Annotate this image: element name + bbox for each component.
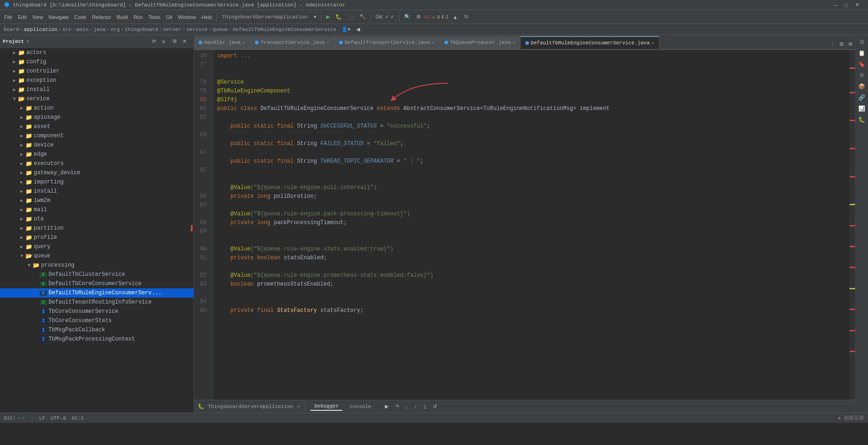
- maximize-button[interactable]: □: [842, 0, 850, 10]
- menu-help[interactable]: Help: [199, 12, 214, 22]
- debug-run-to[interactable]: ⤵: [421, 402, 429, 412]
- tab-close-transport[interactable]: ✕: [327, 40, 329, 45]
- debug-step-out[interactable]: ↑: [412, 402, 419, 412]
- menu-tools[interactable]: Tools: [146, 12, 163, 22]
- tree-item-install[interactable]: ▶ 📁 install: [0, 85, 194, 94]
- tree-item-install2[interactable]: ▶ 📁 install: [0, 187, 194, 196]
- rp-btn-3[interactable]: 🔖: [857, 59, 867, 69]
- tree-item-query[interactable]: ▶ 📁 query: [0, 242, 194, 251]
- bc-src[interactable]: src: [62, 27, 72, 32]
- tree-item-default-tenant[interactable]: ▶ C DefaultTenantRoutingInfoService: [0, 298, 194, 307]
- rp-btn-8[interactable]: 🐛: [857, 115, 867, 125]
- debug-tab-debugger[interactable]: Debugger: [310, 402, 342, 411]
- tree-item-exception[interactable]: ▶ 📁 exception: [0, 76, 194, 85]
- sync-button[interactable]: ⟳: [152, 37, 160, 46]
- menu-refactor[interactable]: Refactor: [90, 12, 114, 22]
- stop-button[interactable]: ⬛: [345, 12, 356, 22]
- tab-overflow-button[interactable]: ⋮: [828, 39, 838, 49]
- close-button[interactable]: ✕: [853, 0, 862, 10]
- tab-close-rule-engine[interactable]: ✕: [651, 40, 654, 46]
- tree-item-tb-msg-context[interactable]: ▶ I TbMsgPackProcessingContext: [0, 335, 194, 344]
- tab-default-transport[interactable]: DefaultTransportService.java ✕: [334, 36, 440, 49]
- bc-thingsboard[interactable]: thingsboard: [125, 27, 158, 32]
- tree-item-controller[interactable]: ▶ 📁 controller: [0, 67, 194, 76]
- rp-btn-6[interactable]: 🔗: [857, 92, 867, 103]
- bc-application[interactable]: application: [24, 27, 58, 32]
- tree-item-actors[interactable]: ▶ 📁 actors: [0, 48, 194, 57]
- tree-item-lwm2m[interactable]: ▶ 📁 lwm2m: [0, 196, 194, 205]
- debug-step-over[interactable]: ↷: [393, 402, 401, 412]
- menu-view[interactable]: View: [30, 12, 46, 22]
- tree-item-default-cluster[interactable]: ▶ C DefaultTbClusterService: [0, 270, 194, 279]
- debug-resume[interactable]: ▶: [382, 402, 391, 412]
- tree-item-default-core[interactable]: ▶ C DefaultTbCoreConsumerService: [0, 279, 194, 288]
- bc-server[interactable]: server: [163, 27, 182, 32]
- tree-item-mail[interactable]: ▶ 📁 mail: [0, 205, 194, 214]
- debug-button[interactable]: 🐛: [333, 12, 344, 22]
- minimize-button[interactable]: ─: [832, 0, 840, 10]
- tab-settings-button[interactable]: ⚙: [846, 39, 855, 49]
- bc-service[interactable]: service: [186, 27, 207, 32]
- collapse-all-button[interactable]: ≡: [162, 37, 170, 46]
- tree-item-tb-core-stats[interactable]: ▶ I TbCoreConsumerStats: [0, 316, 194, 325]
- settings-button[interactable]: ⚙: [414, 12, 423, 22]
- tree-item-tb-msg-callback[interactable]: ▶ I TbMsgPackCallback: [0, 325, 194, 335]
- menu-edit[interactable]: Edit: [16, 12, 29, 22]
- breadcrumb-nav-back[interactable]: ◀: [354, 24, 362, 35]
- rp-btn-5[interactable]: 📦: [857, 81, 867, 91]
- tree-item-default-rule-engine[interactable]: ▶ C DefaultTbRuleEngineConsumerServ...: [0, 288, 194, 298]
- debug-tab-console[interactable]: Console: [346, 403, 375, 410]
- bc-main[interactable]: main: [76, 27, 88, 32]
- menu-code[interactable]: Code: [72, 12, 89, 22]
- build-button[interactable]: 🔨: [357, 12, 368, 22]
- menu-git[interactable]: Git: [164, 12, 175, 22]
- tree-item-component[interactable]: ▶ 📁 component: [0, 131, 194, 140]
- rp-btn-1[interactable]: ⊞: [857, 37, 867, 47]
- status-encoding[interactable]: UTF-8: [51, 415, 66, 421]
- rp-btn-2[interactable]: 📋: [857, 48, 867, 58]
- bc-class[interactable]: DefaultTbRuleEngineConsumerService: [233, 27, 336, 32]
- tab-queue-producer[interactable]: TbQueueProducer.java ✕: [440, 36, 521, 49]
- run-button[interactable]: ▶: [324, 12, 332, 22]
- expand-button[interactable]: ▲: [450, 12, 460, 22]
- debug-close[interactable]: ✕: [297, 403, 300, 409]
- tree-item-tb-core-consumer[interactable]: ▶ I TbCoreConsumerService: [0, 307, 194, 316]
- debug-restart[interactable]: ↺: [431, 402, 439, 412]
- menu-navigate[interactable]: Navigate: [46, 12, 71, 22]
- close-panel-button[interactable]: ✕: [182, 37, 191, 46]
- tree-item-config[interactable]: ▶ 📁 config: [0, 57, 194, 67]
- bc-java[interactable]: java: [93, 27, 105, 32]
- debug-step-into[interactable]: ↓: [403, 402, 411, 412]
- tab-transport[interactable]: TransportService.java ✕: [250, 36, 334, 49]
- search-button[interactable]: 🔍: [402, 12, 413, 22]
- tree-item-gateway-device[interactable]: ▶ 📁 gateway_device: [0, 168, 194, 177]
- menu-file[interactable]: File: [2, 12, 15, 22]
- run-config-dropdown[interactable]: ▾: [311, 12, 319, 22]
- git-button[interactable]: Git: ✓ ✓: [373, 12, 397, 22]
- tree-item-ota[interactable]: ▶ 📁 ota: [0, 214, 194, 224]
- refresh-button[interactable]: ↻: [462, 12, 471, 22]
- tree-item-importing[interactable]: ▶ 📁 importing: [0, 177, 194, 187]
- bc-board[interactable]: board: [4, 27, 19, 32]
- tree-item-queue[interactable]: ▼ 📂 queue: [0, 251, 194, 261]
- tree-item-asset[interactable]: ▶ 📁 asset: [0, 122, 194, 131]
- breadcrumb-user-icon[interactable]: 👤▾: [339, 24, 353, 35]
- status-lf[interactable]: LF: [39, 415, 45, 421]
- bc-org[interactable]: org: [110, 27, 120, 32]
- split-button[interactable]: ⧉: [838, 39, 846, 49]
- code-content[interactable]: import ... @Service @TbRuleEngineCompone…: [213, 50, 850, 400]
- tab-handler[interactable]: Handler.java ✕: [194, 36, 250, 49]
- tree-item-executors[interactable]: ▶ 📁 executors: [0, 159, 194, 168]
- rp-btn-7[interactable]: 📊: [857, 104, 867, 114]
- menu-run[interactable]: Run: [131, 12, 145, 22]
- tab-close-queue-producer[interactable]: ✕: [513, 40, 516, 45]
- tree-item-device[interactable]: ▶ 📁 device: [0, 140, 194, 150]
- settings-tree-button[interactable]: ⚙: [172, 37, 181, 46]
- tree-item-partition[interactable]: ▶ 📁 partition: [0, 224, 194, 233]
- tab-close-default-transport[interactable]: ✕: [432, 40, 435, 45]
- menu-build[interactable]: Build: [115, 12, 130, 22]
- project-dropdown[interactable]: ▾: [26, 38, 29, 45]
- tree-item-action[interactable]: ▶ 📁 action: [0, 104, 194, 113]
- code-editor[interactable]: 18 77 78 79 80 81 82 83 84 85 86 87: [194, 50, 855, 400]
- tree-item-edge[interactable]: ▶ 📁 edge: [0, 150, 194, 159]
